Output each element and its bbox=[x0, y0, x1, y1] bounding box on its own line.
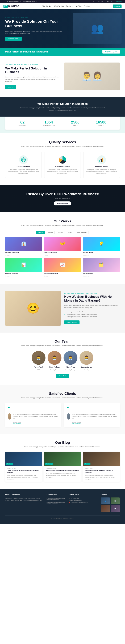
team-section: Our Team Lorem ipsum is simply dummy tex… bbox=[0, 332, 125, 385]
phone-icon-footer: 📞 bbox=[69, 498, 71, 499]
filter-strategy[interactable]: Strategy bbox=[56, 231, 65, 234]
team-role-4: Marketing bbox=[84, 369, 89, 370]
filter-project[interactable]: Project bbox=[66, 231, 74, 234]
svg-rect-7 bbox=[101, 159, 102, 162]
services-grid: Global Business Lorem ipsum is simply du… bbox=[5, 152, 120, 178]
client-text-1: Lorem ipsum is simply dummy text of the … bbox=[13, 413, 58, 424]
client-role-2: Director Of Sales bbox=[72, 423, 117, 424]
logo[interactable]: LT BUSINESS bbox=[4, 5, 19, 8]
globe-icon-container bbox=[7, 155, 40, 164]
footer-grid: Infor LT Business Lorem ipsum is simply … bbox=[5, 494, 120, 512]
blog-card-3[interactable]: Finance March 5, 2024 Financial planning… bbox=[83, 452, 120, 482]
stat-projects-label: TOTAL PROJECTS bbox=[43, 124, 55, 126]
nav-business[interactable]: Business bbox=[66, 5, 73, 7]
filter-all[interactable]: View All bbox=[36, 231, 45, 234]
work-item-3[interactable]: 💡 + Startup Funding Consulting bbox=[83, 237, 120, 256]
team-grid: 👨‍💼 Aaron Finch CEO 👩‍💼 Maria Prakash Ma… bbox=[5, 351, 120, 371]
cart-icon[interactable]: 🛒 bbox=[111, 1, 113, 2]
works-description: Lorem ipsum is simply dummy text of the … bbox=[19, 224, 106, 227]
work-item-2[interactable]: 🤝 + Business Matching Finance bbox=[44, 237, 81, 256]
stats-wrapper: 62 BRANCHES 1054 TOTAL PROJECTS 2500 STA… bbox=[0, 116, 125, 133]
contact-button[interactable]: Contact bbox=[113, 4, 121, 8]
globe-icon bbox=[19, 155, 28, 164]
footer-about-title: Infor LT Business bbox=[5, 494, 43, 496]
about-section: WELCOME TO OUR COMPANY BUSINESS We Make … bbox=[0, 56, 125, 97]
nav-who[interactable]: Who We Are bbox=[42, 5, 51, 7]
service-global-title: Global Business bbox=[7, 166, 40, 168]
lang[interactable]: EN bbox=[107, 1, 109, 2]
works-section: Our Works Lorem ipsum is simply dummy te… bbox=[0, 212, 125, 284]
navbar: LT BUSINESS Who We Are What We Do Busine… bbox=[0, 3, 125, 9]
blog-post-desc-2: Lorem ipsum is simply dummy text of the … bbox=[46, 472, 79, 478]
service-card-report: Success Report Lorem ipsum is simply dum… bbox=[83, 152, 120, 178]
logo-business: BUSINESS bbox=[8, 5, 19, 8]
stat-staffs-number: 2500 bbox=[71, 120, 79, 124]
footer-contact-address: 📍 123 Business Street, New York bbox=[69, 502, 97, 504]
stat-clients-label: CLIENTS bbox=[96, 124, 106, 126]
special-content: SOMETHING SPECIAL IN THE BUSINESS How We… bbox=[64, 292, 120, 324]
special-button[interactable]: Explore Services bbox=[64, 320, 79, 324]
trusted-cta-button[interactable]: Get In Touch Now bbox=[54, 202, 71, 206]
footer-photo-1: 👥 bbox=[101, 498, 110, 504]
filter-event[interactable]: Event Marketing bbox=[75, 231, 89, 234]
growth-icon-container bbox=[46, 155, 79, 164]
stats-section: 62 BRANCHES 1054 TOTAL PROJECTS 2500 STA… bbox=[5, 116, 120, 130]
cta-text: Make Perfect Your Business Right Now! bbox=[5, 50, 48, 53]
avatar-ajhob: 👨‍💼 bbox=[64, 351, 77, 365]
top-bar-left: 📞 +1 800-123-4567 ✉ info@ltbusiness.com bbox=[4, 1, 37, 2]
stat-branches-label: BRANCHES bbox=[19, 124, 26, 126]
nav-contact[interactable]: Contact bbox=[84, 5, 90, 7]
work-item-1[interactable]: 👔 + Merger & Acquisition Finance bbox=[5, 237, 42, 256]
fb-icon: f bbox=[93, 1, 94, 2]
filter-finance[interactable]: Finance bbox=[46, 231, 55, 234]
service-growth-title: Business Growth bbox=[46, 166, 79, 168]
footer-news-list: Lorem ipsum is simply dummy text of the … bbox=[47, 498, 65, 505]
hero-content: WE ARE HERE TO HELP YOU We Provide Solut… bbox=[5, 16, 64, 41]
team-description: Lorem ipsum is simply dummy text of the … bbox=[19, 344, 106, 347]
copyright-text: © 2024 LT Business. All Rights Reserved. bbox=[51, 518, 74, 519]
client-role-1: SEO Marketing bbox=[13, 423, 58, 424]
footer-contact-phone: 📞 +1 234 567 89 bbox=[69, 498, 97, 500]
hero-cta-button[interactable]: OUR SERVICES + bbox=[5, 37, 22, 41]
about-description: Lorem ipsum is simply dummy text of the … bbox=[5, 76, 61, 83]
blog-tag-3: Finance bbox=[84, 463, 90, 465]
avatar-aaron: 👨‍💼 bbox=[32, 351, 46, 365]
blog-post-desc-1: Lorem ipsum is simply dummy text of the … bbox=[7, 474, 40, 480]
blog-date-2: February 12, 2024 bbox=[46, 468, 79, 469]
blog-image-1: Business bbox=[5, 452, 42, 466]
about-button[interactable]: About Us bbox=[5, 85, 16, 89]
special-description: Lorem ipsum is simply dummy text of the … bbox=[64, 304, 120, 309]
gp-icon: g+ bbox=[101, 1, 103, 2]
blog-link[interactable]: 0 All Blog bbox=[115, 1, 121, 2]
cta-quote-button[interactable]: Request a Quote bbox=[102, 50, 120, 54]
client-quote-2: Lorem ipsum is simply dummy text of the … bbox=[72, 413, 117, 420]
footer-news-item-2[interactable]: Lorem ipsum is simply dummy text standar… bbox=[47, 502, 65, 505]
client-quote-1: Lorem ipsum is simply dummy text of the … bbox=[13, 413, 58, 420]
team-view-more-button[interactable]: View More bbox=[56, 374, 69, 378]
hero-tag: WE ARE HERE TO HELP YOU bbox=[5, 16, 64, 18]
services-title: Quality Services bbox=[5, 140, 120, 144]
blog-card-1[interactable]: Business January 20, 2024 Lorem ipsum ca… bbox=[5, 452, 42, 482]
work-item-6[interactable]: 🗂️ + Consulting Plan Consulting bbox=[83, 258, 120, 277]
footer-photo-4: 📊 bbox=[110, 505, 120, 512]
dark-banner-description: Lorem ipsum is simply dummy text of the … bbox=[19, 107, 106, 111]
service-card-growth: Business Growth Lorem ipsum is simply du… bbox=[44, 152, 81, 178]
chart-icon bbox=[97, 155, 106, 164]
footer-contact: Get In Touch 📞 +1 234 567 89 ✉ info@ltbu… bbox=[69, 494, 97, 512]
nav-what[interactable]: What We Do bbox=[54, 5, 64, 7]
work-item-5[interactable]: 📈 + Accounting Advisory Strategy bbox=[44, 258, 81, 277]
blog-card-2[interactable]: Marketing February 12, 2024 How business… bbox=[44, 452, 81, 482]
nav-blog[interactable]: All Blog bbox=[75, 5, 81, 7]
works-grid: 👔 + Merger & Acquisition Finance 🤝 + Bus… bbox=[5, 237, 120, 277]
footer-bottom: © 2024 LT Business. All Rights Reserved. bbox=[5, 516, 120, 519]
footer-news-item-1[interactable]: Lorem ipsum is simply dummy text of the … bbox=[47, 498, 65, 500]
footer-about: Infor LT Business Lorem ipsum is simply … bbox=[5, 494, 43, 512]
work-item-4[interactable]: 📊 + Business solutions Finance bbox=[5, 258, 42, 277]
nav-links: Who We Are What We Do Business All Blog … bbox=[42, 5, 90, 7]
tw-icon: t bbox=[96, 1, 96, 2]
phone-icon: 📞 bbox=[4, 1, 5, 2]
report-icon-container bbox=[85, 155, 118, 164]
client-name-1: Client Name bbox=[13, 421, 58, 423]
team-role-2: Managing Director bbox=[50, 369, 59, 370]
hero-section: WE ARE HERE TO HELP YOU We Provide Solut… bbox=[0, 9, 125, 48]
